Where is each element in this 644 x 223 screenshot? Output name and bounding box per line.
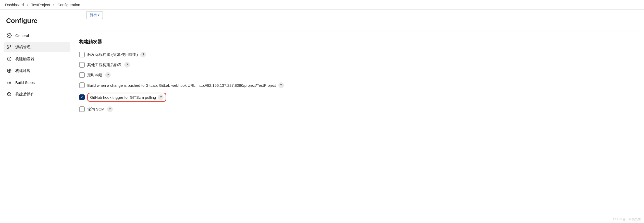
sidebar: Configure General 源码管理 构建触发器 构建环境 — [0, 10, 74, 124]
svg-point-0 — [9, 35, 10, 36]
breadcrumb-item-dashboard[interactable]: Dashboard — [5, 3, 24, 7]
breadcrumb-item-configuration[interactable]: Configuration — [57, 3, 80, 7]
clock-icon — [7, 56, 12, 61]
breadcrumb-item-project[interactable]: TestProject — [31, 3, 50, 7]
help-icon[interactable]: ? — [105, 72, 111, 78]
gear-icon — [7, 33, 12, 38]
section-title: 构建触发器 — [79, 39, 639, 45]
trigger-label: 定时构建 — [87, 73, 103, 78]
help-icon[interactable]: ? — [140, 52, 146, 57]
checkbox-after-other-projects[interactable] — [79, 62, 85, 68]
trigger-row-poll-scm: 轮询 SCM ? — [79, 106, 639, 112]
chevron-right-icon: › — [27, 3, 28, 7]
package-icon — [7, 92, 12, 97]
help-icon[interactable]: ? — [278, 82, 284, 88]
branch-icon — [7, 45, 12, 50]
checkbox-poll-scm[interactable] — [79, 106, 85, 112]
sidebar-item-triggers[interactable]: 构建触发器 — [4, 54, 70, 64]
main-content: 新增 ▾ 构建触发器 触发远程构建 (例如,使用脚本) ? 其他工程构建后触发 … — [74, 10, 644, 124]
steps-icon — [7, 80, 12, 85]
help-icon[interactable]: ? — [107, 106, 113, 112]
add-button-label: 新增 — [90, 13, 97, 17]
highlighted-option: GitHub hook trigger for GITScm polling ? — [87, 93, 166, 102]
trigger-label: Build when a change is pushed to GitLab.… — [87, 83, 276, 88]
globe-icon — [7, 68, 12, 73]
trigger-label: GitHub hook trigger for GITScm polling — [90, 95, 156, 100]
checkbox-periodic-build[interactable] — [79, 72, 85, 78]
sidebar-item-label: 构建后操作 — [15, 92, 34, 97]
sidebar-item-post-build[interactable]: 构建后操作 — [4, 89, 70, 99]
trigger-row-remote: 触发远程构建 (例如,使用脚本) ? — [79, 52, 639, 57]
sidebar-item-label: 源码管理 — [15, 45, 31, 50]
sidebar-item-label: 构建环境 — [15, 68, 31, 73]
sidebar-item-build-steps[interactable]: Build Steps — [4, 77, 70, 88]
checkbox-gitlab-push[interactable] — [79, 82, 85, 88]
trigger-label: 触发远程构建 (例如,使用脚本) — [87, 52, 138, 57]
sidebar-item-environment[interactable]: 构建环境 — [4, 66, 70, 76]
chevron-right-icon: › — [53, 3, 54, 7]
trigger-label: 其他工程构建后触发 — [87, 63, 122, 67]
trigger-row-github-hook: GitHub hook trigger for GITScm polling ? — [79, 93, 639, 102]
scm-section-tail: 新增 ▾ — [81, 10, 639, 20]
trigger-label: 轮询 SCM — [87, 107, 105, 112]
trigger-row-periodic: 定时构建 ? — [79, 72, 639, 78]
add-button[interactable]: 新增 ▾ — [86, 11, 103, 19]
page-title: Configure — [4, 15, 70, 30]
caret-down-icon: ▾ — [98, 13, 100, 17]
sidebar-item-label: 构建触发器 — [15, 57, 34, 61]
divider — [79, 31, 639, 31]
sidebar-item-label: Build Steps — [15, 80, 35, 85]
trigger-row-after-other: 其他工程构建后触发 ? — [79, 62, 639, 68]
sidebar-item-label: General — [15, 33, 29, 38]
checkbox-github-hook[interactable] — [79, 94, 85, 100]
check-icon — [80, 95, 84, 99]
checkbox-remote-trigger[interactable] — [79, 52, 85, 57]
breadcrumb: Dashboard › TestProject › Configuration — [0, 0, 644, 10]
trigger-row-gitlab: Build when a change is pushed to GitLab.… — [79, 82, 639, 88]
help-icon[interactable]: ? — [124, 62, 130, 68]
help-icon[interactable]: ? — [158, 94, 164, 100]
sidebar-item-general[interactable]: General — [4, 30, 70, 41]
sidebar-item-scm[interactable]: 源码管理 — [4, 42, 70, 52]
